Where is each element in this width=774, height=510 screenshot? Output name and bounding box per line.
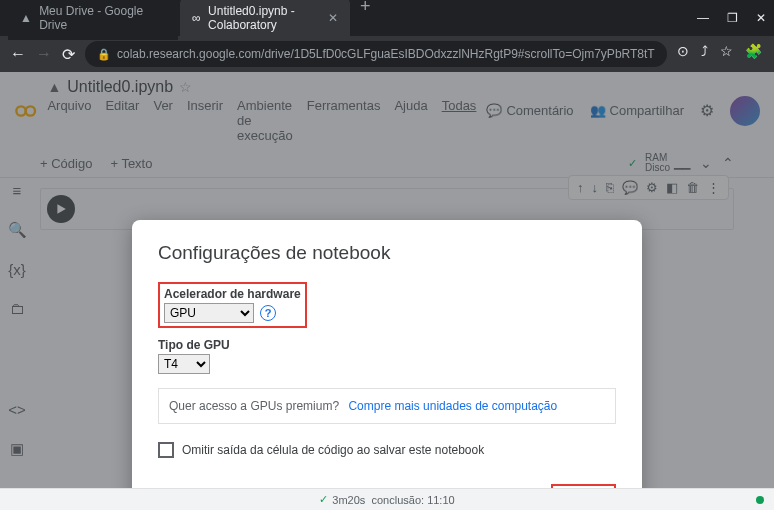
omit-output-checkbox[interactable]: [158, 442, 174, 458]
address-bar[interactable]: 🔒 colab.research.google.com/drive/1D5LfD…: [85, 41, 667, 67]
back-icon[interactable]: ←: [10, 45, 26, 63]
highlight-hw-accelerator: Acelerador de hardware GPU ?: [158, 282, 307, 328]
status-completion: conclusão: 11:10: [371, 494, 454, 506]
reload-icon[interactable]: ⟳: [62, 45, 75, 64]
help-icon[interactable]: ?: [260, 305, 276, 321]
connection-status-dot: [756, 496, 764, 504]
extensions-icon[interactable]: 🧩: [745, 43, 762, 65]
star-icon[interactable]: ☆: [720, 43, 733, 65]
premium-question: Quer acesso a GPUs premium?: [169, 399, 339, 413]
close-tab-icon[interactable]: ✕: [328, 11, 338, 25]
status-bar: ✓ 3m20s conclusão: 11:10: [0, 488, 774, 510]
share-icon[interactable]: ⤴: [701, 43, 708, 65]
browser-tab-drive[interactable]: ▲ Meu Drive - Google Drive: [8, 0, 178, 40]
tab-title: Meu Drive - Google Drive: [39, 4, 166, 32]
check-icon: ✓: [319, 493, 328, 506]
lock-icon: 🔒: [97, 48, 111, 61]
browser-tab-colab[interactable]: ∞ Untitled0.ipynb - Colaboratory ✕: [180, 0, 350, 40]
forward-icon: →: [36, 45, 52, 63]
notebook-settings-dialog: Configurações de notebook Acelerador de …: [132, 220, 642, 510]
premium-upsell: Quer acesso a GPUs premium? Compre mais …: [158, 388, 616, 424]
gpu-type-select[interactable]: T4: [158, 354, 210, 374]
tab-favicon: ▲: [20, 11, 33, 25]
tab-favicon: ∞: [192, 11, 202, 25]
minimize-icon[interactable]: —: [697, 11, 709, 25]
status-time: 3m20s: [332, 494, 365, 506]
dialog-title: Configurações de notebook: [158, 242, 616, 264]
tab-title: Untitled0.ipynb - Colaboratory: [208, 4, 322, 32]
maximize-icon[interactable]: ❐: [727, 11, 738, 25]
close-window-icon[interactable]: ✕: [756, 11, 766, 25]
omit-output-label: Omitir saída da célula de código ao salv…: [182, 443, 484, 457]
buy-compute-link[interactable]: Compre mais unidades de computação: [348, 399, 557, 413]
new-tab-button[interactable]: +: [352, 0, 379, 40]
hw-label: Acelerador de hardware: [164, 287, 301, 301]
gpu-type-label: Tipo de GPU: [158, 338, 616, 352]
search-icon[interactable]: ⊙: [677, 43, 689, 65]
hw-accelerator-select[interactable]: GPU: [164, 303, 254, 323]
url-text: colab.research.google.com/drive/1D5LfD0c…: [117, 47, 655, 61]
